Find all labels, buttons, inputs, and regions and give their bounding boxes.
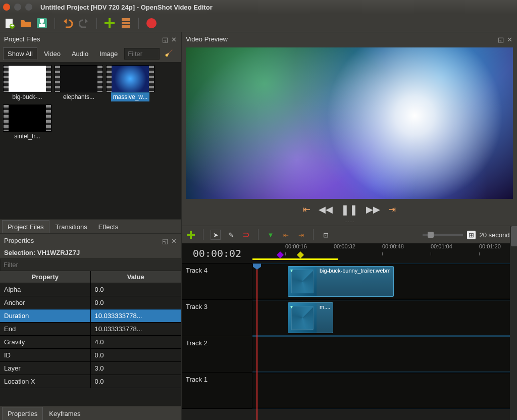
track-lane[interactable]: ▾m.... (252, 300, 517, 336)
next-marker-button[interactable]: ⇥ (296, 230, 306, 240)
razor-tool-button[interactable]: ✎ (226, 230, 236, 240)
ruler-tick: 00:01:04 (431, 243, 452, 249)
snap-button[interactable]: ⊃ (241, 230, 251, 240)
timeline-track[interactable]: Track 1 (182, 373, 517, 409)
tab-keyframes[interactable]: Keyframes (44, 407, 85, 420)
pointer-tool-button[interactable]: ➤ (211, 230, 221, 240)
rewind-button[interactable]: ◀◀ (319, 204, 333, 215)
timeline-clip[interactable]: ▾m.... (288, 302, 333, 333)
marker-icon[interactable] (297, 251, 304, 258)
prev-marker-button[interactable]: ⇤ (281, 230, 291, 240)
splitter-handle[interactable]: ⋯⋯ (182, 218, 517, 226)
open-project-button[interactable] (20, 18, 31, 29)
property-row[interactable]: Gravity4.0 (0, 336, 181, 349)
property-value[interactable]: 10.033333778... (91, 309, 182, 322)
tab-project-files[interactable]: Project Files (2, 220, 49, 233)
track-label[interactable]: Track 1 (182, 373, 252, 408)
marker-icon[interactable] (277, 251, 284, 258)
timeline-ruler[interactable]: 00:00:02 00:00:1600:00:3200:00:4800:01:0… (182, 243, 517, 264)
detach-icon[interactable]: ◱ (162, 237, 168, 243)
clip-label: big-buck-bunny_trailer.webm (318, 267, 393, 275)
property-name: Duration (0, 309, 91, 322)
filter-input[interactable] (124, 48, 160, 60)
timeline-tracks[interactable]: Track 4▾big-buck-bunny_trailer.webmTrack… (182, 264, 517, 420)
close-icon[interactable]: ✕ (171, 237, 177, 243)
close-icon[interactable]: ✕ (171, 36, 177, 42)
ruler-tick: 00:00:16 (285, 243, 307, 249)
tab-properties[interactable]: Properties (2, 407, 43, 420)
file-thumbnail[interactable]: sintel_tr... (3, 104, 51, 141)
new-project-button[interactable]: + (4, 18, 15, 29)
track-lane[interactable] (252, 336, 517, 372)
property-value[interactable]: 0.0 (91, 349, 182, 361)
work-area-marker[interactable] (252, 258, 338, 260)
property-row[interactable]: Anchor0.0 (0, 296, 181, 309)
property-row[interactable]: Duration10.033333778... (0, 309, 181, 323)
timeline-track[interactable]: Track 2 (182, 336, 517, 373)
property-row[interactable]: Location X0.0 (0, 375, 181, 388)
track-label[interactable]: Track 3 (182, 300, 252, 336)
timeline-toolbar: ➤ ✎ ⊃ ▼ ⇤ ⇥ ⊡ ⊞ 20 seconds (182, 226, 517, 243)
timeline-track[interactable]: Track 3▾m.... (182, 300, 517, 336)
timeline: ➤ ✎ ⊃ ▼ ⇤ ⇥ ⊡ ⊞ 20 seconds 00:00:02 (182, 226, 517, 420)
import-files-button[interactable] (104, 18, 115, 29)
profile-button[interactable] (120, 18, 131, 29)
window-maximize-button[interactable] (25, 4, 32, 11)
playhead[interactable] (256, 264, 257, 420)
export-button[interactable] (146, 18, 157, 29)
filter-tab-audio[interactable]: Audio (67, 47, 93, 60)
project-files-area[interactable]: big-buck-...elephants...massive_w...sint… (0, 62, 181, 219)
filter-tab-show-all[interactable]: Show All (3, 47, 37, 60)
track-lane[interactable]: ▾big-buck-bunny_trailer.webm (252, 264, 517, 299)
properties-table[interactable]: Property Value Alpha0.0Anchor0.0Duration… (0, 271, 181, 406)
property-value[interactable]: 3.0 (91, 362, 182, 375)
tab-effects[interactable]: Effects (93, 221, 124, 233)
properties-filter-input[interactable] (0, 258, 181, 271)
property-row[interactable]: ID0.0 (0, 349, 181, 362)
col-property[interactable]: Property (0, 271, 91, 283)
svg-marker-7 (85, 19, 88, 24)
filter-tab-video[interactable]: Video (39, 47, 65, 60)
col-value[interactable]: Value (91, 271, 182, 283)
track-label[interactable]: Track 4 (182, 264, 252, 299)
add-track-button[interactable] (186, 230, 196, 240)
timeline-clip[interactable]: ▾big-buck-bunny_trailer.webm (288, 266, 394, 297)
file-name: massive_w... (111, 92, 150, 101)
jump-start-button[interactable]: ⇤ (303, 204, 311, 215)
property-row[interactable]: End10.033333778... (0, 323, 181, 336)
detach-icon[interactable]: ◱ (498, 36, 504, 42)
clip-menu-icon[interactable]: ▾ (290, 268, 293, 273)
property-value[interactable]: 0.0 (91, 296, 182, 309)
clip-menu-icon[interactable]: ▾ (290, 304, 293, 309)
clear-filter-icon[interactable]: 🧹 (165, 49, 174, 59)
close-icon[interactable]: ✕ (507, 36, 513, 42)
file-thumbnail[interactable]: elephants... (55, 65, 103, 101)
fast-forward-button[interactable]: ▶▶ (366, 204, 380, 215)
play-pause-button[interactable]: ❚❚ (341, 203, 358, 216)
jump-end-button[interactable]: ⇥ (388, 204, 396, 215)
track-lane[interactable] (252, 373, 517, 408)
tab-transitions[interactable]: Transitions (50, 221, 92, 233)
window-close-button[interactable] (3, 4, 10, 11)
property-value[interactable]: 0.0 (91, 283, 182, 296)
add-marker-button[interactable]: ▼ (266, 230, 276, 240)
timeline-track[interactable]: Track 4▾big-buck-bunny_trailer.webm (182, 264, 517, 300)
track-label[interactable]: Track 2 (182, 336, 252, 372)
property-row[interactable]: Alpha0.0 (0, 283, 181, 296)
filter-tab-image[interactable]: Image (95, 47, 122, 60)
save-project-button[interactable] (36, 18, 47, 29)
center-playhead-button[interactable]: ⊡ (321, 230, 331, 240)
redo-button[interactable] (78, 18, 89, 29)
property-row[interactable]: Layer3.0 (0, 362, 181, 375)
file-thumbnail[interactable]: massive_w... (106, 65, 154, 101)
window-minimize-button[interactable] (14, 4, 21, 11)
detach-icon[interactable]: ◱ (162, 36, 168, 42)
video-preview-canvas[interactable] (186, 47, 513, 199)
timeline-scrollbar[interactable] (510, 226, 517, 420)
file-thumbnail[interactable]: big-buck-... (3, 65, 51, 101)
zoom-slider[interactable] (423, 234, 463, 236)
undo-button[interactable] (62, 18, 73, 29)
property-value[interactable]: 0.0 (91, 375, 182, 388)
property-value[interactable]: 10.033333778... (91, 323, 182, 335)
property-value[interactable]: 4.0 (91, 336, 182, 348)
